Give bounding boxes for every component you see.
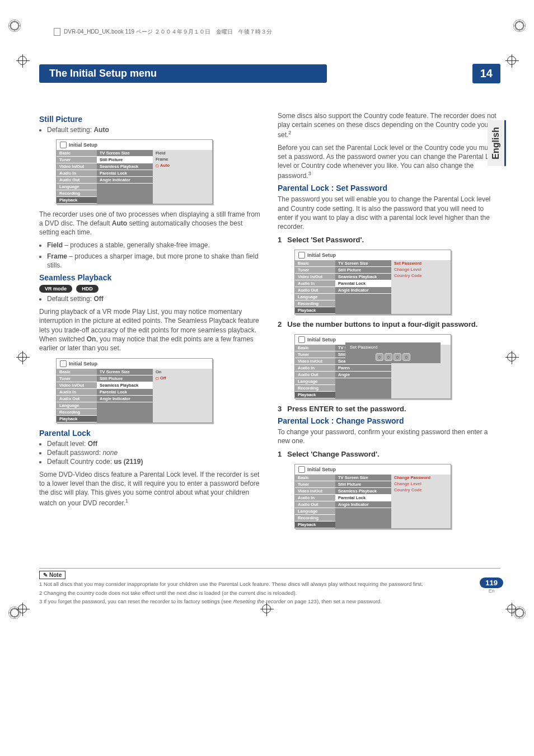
- panel-nav: Basic Tuner Video In/Out Audio In Audio …: [57, 150, 97, 204]
- vr-mode-badge: VR mode: [39, 285, 72, 293]
- setup-panel-set-password: Initial Setup Basic Tuner Video In/Out A…: [294, 250, 451, 314]
- setup-panel-still-picture: Initial Setup Basic Tuner Video In/Out A…: [56, 139, 213, 204]
- parental-body: Some DVD-Video discs feature a Parental …: [39, 470, 262, 508]
- still-picture-default: Default setting: Auto: [47, 126, 262, 134]
- note-2: 2 Changing the country code does not tak…: [39, 590, 500, 597]
- panel-values: Field Frame Auto: [153, 150, 212, 204]
- change-password-body: To change your password, confirm your ex…: [278, 428, 500, 445]
- chapter-number: 14: [472, 64, 500, 83]
- registration-mark-icon: [18, 56, 27, 65]
- setup-panel-input-password: Initial Setup Basic Tuner Video In/Out A…: [294, 334, 451, 399]
- registration-mark-icon: [18, 604, 27, 613]
- password-digit: 0: [402, 353, 410, 361]
- note-1: 1 Not all discs that you may consider in…: [39, 581, 500, 588]
- book-info-text: DVR-04_HDD_UK.book 119 ページ ２００４年９月１０日 金曜…: [64, 28, 272, 36]
- password-digit: 0: [385, 353, 392, 361]
- parental-level: Default level: Off: [47, 440, 262, 448]
- page-title: The Initial Setup menu: [39, 64, 327, 83]
- parental-heading: Parental Lock: [39, 429, 262, 438]
- title-bar: The Initial Setup menu 14: [39, 64, 500, 83]
- note-label: Note: [39, 571, 65, 579]
- parental-country: Default Country code: us (2119): [47, 458, 262, 466]
- field-bullet: Field – produces a stable, generally sha…: [47, 241, 262, 250]
- seamless-heading: Seamless Playback: [39, 273, 262, 282]
- setup-panel-seamless: Initial Setup Basic Tuner Video In/Out A…: [56, 358, 213, 423]
- frame-bullet: Frame – produces a sharper image, but mo…: [47, 252, 262, 270]
- header-meta: DVR-04_HDD_UK.book 119 ページ ２００４年９月１０日 金曜…: [39, 28, 500, 36]
- note-3: 3 If you forget the password, you can re…: [39, 598, 500, 605]
- password-pre-body: Before you can set the Parental Lock lev…: [278, 143, 500, 181]
- page-number-block: 119 En: [480, 577, 503, 594]
- password-digit: 0: [376, 353, 383, 361]
- set-password-body: The password you set will enable you to …: [278, 195, 500, 231]
- registration-mark-icon: [262, 604, 271, 613]
- registration-mark-icon: [507, 56, 516, 65]
- panel-title: Initial Setup: [57, 140, 212, 150]
- set-password-heading: Parental Lock : Set Password: [278, 184, 500, 192]
- change-password-heading: Parental Lock : Change Password: [278, 416, 500, 425]
- password-digit: 0: [394, 353, 401, 361]
- page-icon: [54, 28, 60, 36]
- still-picture-heading: Still Picture: [39, 115, 262, 124]
- setup-panel-change-password: Initial Setup Basic Tuner Video In/Out A…: [294, 464, 451, 529]
- notes-section: Note 1 Not all discs that you may consid…: [39, 568, 500, 605]
- page-number: 119: [480, 577, 503, 588]
- step-3: 3Press ENTER to set the password.: [278, 405, 500, 413]
- hdd-badge: HDD: [76, 285, 99, 293]
- page-lang: En: [480, 588, 503, 594]
- parental-password: Default password: none: [47, 449, 262, 457]
- step-2: 2Use the number buttons to input a four-…: [278, 320, 500, 328]
- password-popup: Set Password 0000: [345, 342, 441, 363]
- country-code-body: Some discs also support the Country code…: [278, 111, 500, 140]
- panel-options: TV Screen Size Still Picture Seamless Pl…: [97, 150, 153, 204]
- crop-mark-icon: [8, 20, 21, 32]
- seamless-body: During playback of a VR mode Play List, …: [39, 307, 262, 353]
- registration-mark-icon: [18, 353, 27, 361]
- change-step-1: 1Select 'Change Password'.: [278, 450, 500, 458]
- language-tab: English: [488, 120, 506, 166]
- crop-mark-icon: [513, 20, 526, 32]
- still-picture-body: The recorder uses one of two processes w…: [39, 210, 262, 237]
- registration-mark-icon: [507, 353, 516, 361]
- seamless-default: Default setting: Off: [47, 295, 262, 303]
- step-1: 1Select 'Set Password'.: [278, 236, 500, 244]
